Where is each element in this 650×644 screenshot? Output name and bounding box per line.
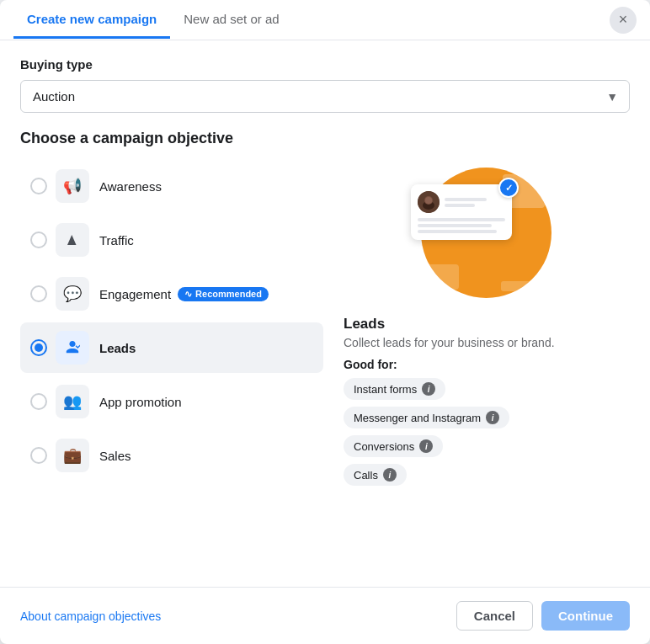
traffic-label: Traffic — [99, 233, 134, 247]
buying-type-select[interactable]: Auction — [20, 80, 630, 113]
detail-description: Collect leads for your business or brand… — [344, 336, 630, 349]
modal-footer: About campaign objectives Cancel Continu… — [0, 587, 650, 644]
recommended-icon: ∿ — [184, 289, 192, 300]
cancel-button[interactable]: Cancel — [456, 601, 533, 631]
objective-item-awareness[interactable]: 📢 Awareness — [20, 161, 323, 211]
recommended-text: Recommended — [195, 289, 262, 299]
sales-label: Sales — [99, 449, 131, 463]
messenger-instagram-info-icon[interactable]: i — [486, 411, 499, 424]
recommended-badge: ∿ Recommended — [178, 287, 269, 301]
detail-title: Leads — [344, 316, 630, 333]
continue-button[interactable]: Continue — [541, 601, 630, 631]
radio-leads — [30, 339, 47, 356]
awareness-label: Awareness — [99, 179, 162, 194]
tag-conversions: Conversions i — [344, 435, 443, 457]
engagement-label: Engagement — [99, 287, 171, 301]
calls-info-icon[interactable]: i — [383, 468, 397, 482]
radio-traffic — [30, 232, 47, 248]
instant-forms-text: Instant forms — [354, 383, 417, 396]
tag-instant-forms: Instant forms i — [344, 378, 445, 400]
conversions-info-icon[interactable]: i — [419, 439, 433, 453]
detail-panel: ✓ Leads Collect leads for your business … — [344, 161, 630, 570]
tab-new-ad-set[interactable]: New ad set or ad — [170, 2, 292, 39]
objective-item-sales[interactable]: 💼 Sales — [20, 430, 323, 481]
leads-label: Leads — [99, 341, 136, 355]
tag-list: Instant forms i Messenger and Instagram … — [344, 378, 630, 486]
messenger-instagram-text: Messenger and Instagram — [354, 412, 481, 424]
tab-create-campaign[interactable]: Create new campaign — [13, 2, 170, 39]
footer-buttons: Cancel Continue — [456, 601, 630, 631]
radio-sales — [30, 447, 47, 464]
svg-marker-0 — [76, 344, 80, 349]
engagement-icon: 💬 — [56, 277, 89, 311]
objective-item-engagement[interactable]: 💬 Engagement ∿ Recommended — [20, 269, 323, 319]
buying-type-label: Buying type — [20, 57, 630, 72]
instant-forms-info-icon[interactable]: i — [422, 382, 435, 396]
modal-header: Create new campaign New ad set or ad × — [0, 0, 650, 40]
svg-point-4 — [425, 197, 432, 204]
objective-section-title: Choose a campaign objective — [20, 130, 630, 147]
objective-item-traffic[interactable]: Traffic — [20, 215, 323, 265]
calls-text: Calls — [354, 469, 378, 482]
objective-item-leads[interactable]: Leads — [20, 322, 323, 373]
create-campaign-modal: Create new campaign New ad set or ad × B… — [0, 0, 650, 644]
leads-icon — [56, 331, 89, 365]
close-button[interactable]: × — [610, 7, 637, 34]
about-campaign-objectives-link[interactable]: About campaign objectives — [20, 609, 161, 623]
app-promotion-label: App promotion — [99, 395, 182, 409]
modal-body: Buying type Auction ▼ Choose a campaign … — [0, 40, 650, 587]
traffic-icon — [56, 223, 89, 257]
objective-item-app-promotion[interactable]: 👥 App promotion — [20, 376, 323, 427]
conversions-text: Conversions — [354, 440, 414, 453]
tag-calls: Calls i — [344, 464, 407, 486]
tag-messenger-instagram: Messenger and Instagram i — [344, 407, 509, 428]
objective-list: 📢 Awareness Traffic 💬 Engagement — [20, 161, 323, 570]
buying-type-dropdown-wrapper: Auction ▼ — [20, 80, 630, 113]
illustration-container: ✓ — [344, 168, 630, 302]
radio-engagement — [30, 285, 47, 302]
app-promotion-icon: 👥 — [56, 385, 89, 418]
radio-awareness — [30, 178, 47, 194]
good-for-label: Good for: — [344, 358, 630, 371]
sales-icon: 💼 — [56, 439, 89, 472]
awareness-icon: 📢 — [56, 169, 89, 203]
radio-app-promotion — [30, 393, 47, 410]
content-columns: 📢 Awareness Traffic 💬 Engagement — [20, 161, 630, 570]
